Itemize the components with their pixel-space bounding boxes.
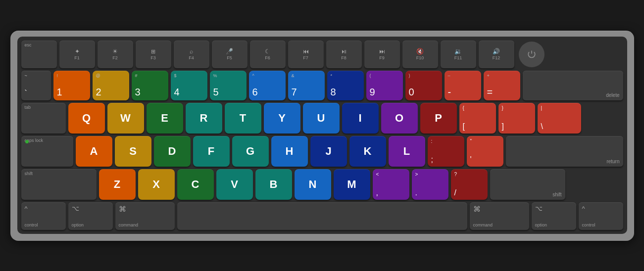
key-f12[interactable]: 🔊 F12 bbox=[479, 41, 514, 68]
key-semicolon[interactable]: : ; bbox=[428, 136, 464, 167]
key-period[interactable]: > . bbox=[412, 169, 448, 200]
key-command-right[interactable]: ⌘ command bbox=[470, 202, 529, 230]
key-v[interactable]: V bbox=[216, 169, 253, 200]
key-f5[interactable]: 🎤 F5 bbox=[212, 41, 248, 68]
key-f9[interactable]: ⏭ F9 bbox=[364, 41, 400, 68]
key-8[interactable]: * 8 bbox=[327, 71, 364, 100]
key-b[interactable]: B bbox=[255, 169, 292, 200]
key-m[interactable]: M bbox=[334, 169, 370, 200]
key-a[interactable]: A bbox=[76, 136, 112, 167]
number-row: ~ ` ! 1 @ 2 # 3 $ 4 % 5 bbox=[21, 71, 623, 100]
key-3[interactable]: # 3 bbox=[132, 71, 168, 100]
keyboard-inner: esc ✦ F1 ☀ F2 ⊞ F3 ⌕ F4 🎤 F5 bbox=[17, 37, 627, 234]
key-j[interactable]: J bbox=[310, 136, 347, 167]
key-quote[interactable]: " ' bbox=[467, 136, 503, 167]
key-6[interactable]: ^ 6 bbox=[249, 71, 286, 100]
key-equals[interactable]: + = bbox=[484, 71, 520, 100]
key-slash[interactable]: ? / bbox=[451, 169, 488, 200]
key-comma[interactable]: < , bbox=[373, 169, 409, 200]
key-shift-right[interactable]: shift bbox=[490, 169, 565, 200]
key-f4[interactable]: ⌕ F4 bbox=[174, 41, 209, 68]
key-y[interactable]: Y bbox=[264, 103, 300, 134]
key-f1[interactable]: ✦ F1 bbox=[59, 41, 95, 68]
key-f2[interactable]: ☀ F2 bbox=[98, 41, 133, 68]
key-p[interactable]: P bbox=[420, 103, 457, 134]
key-minus[interactable]: – - bbox=[445, 71, 481, 100]
key-f[interactable]: F bbox=[193, 136, 230, 167]
qwerty-row: tab Q W E R T Y U I bbox=[21, 103, 623, 134]
key-option-left[interactable]: ⌥ option bbox=[68, 202, 113, 230]
key-5[interactable]: % 5 bbox=[210, 71, 247, 100]
key-f10[interactable]: 🔇 F10 bbox=[402, 41, 438, 68]
key-delete[interactable]: delete bbox=[523, 71, 623, 100]
bottom-row: ^ control ⌥ option ⌘ command ⌘ command ⌥… bbox=[21, 202, 623, 230]
key-l[interactable]: L bbox=[389, 136, 425, 167]
key-s[interactable]: S bbox=[115, 136, 151, 167]
key-f6[interactable]: ☾ F6 bbox=[250, 41, 286, 68]
asdf-row: caps lock A S D F G H J bbox=[21, 136, 623, 167]
key-d[interactable]: D bbox=[154, 136, 191, 167]
key-command-left[interactable]: ⌘ command bbox=[115, 202, 175, 230]
key-o[interactable]: O bbox=[381, 103, 418, 134]
key-t[interactable]: T bbox=[225, 103, 261, 134]
key-r[interactable]: R bbox=[186, 103, 222, 134]
key-g[interactable]: G bbox=[232, 136, 269, 167]
zxcv-row: shift Z X C V B N M < bbox=[21, 169, 623, 200]
key-w[interactable]: W bbox=[107, 103, 144, 134]
keyboard: esc ✦ F1 ☀ F2 ⊞ F3 ⌕ F4 🎤 F5 bbox=[10, 31, 634, 241]
key-backslash[interactable]: | \ bbox=[538, 103, 581, 134]
key-x[interactable]: X bbox=[138, 169, 175, 200]
key-control-left[interactable]: ^ control bbox=[21, 202, 66, 230]
key-esc[interactable]: esc bbox=[21, 41, 57, 68]
key-n[interactable]: N bbox=[295, 169, 331, 200]
key-u[interactable]: U bbox=[303, 103, 340, 134]
key-2[interactable]: @ 2 bbox=[93, 71, 129, 100]
fn-row: esc ✦ F1 ☀ F2 ⊞ F3 ⌕ F4 🎤 F5 bbox=[21, 41, 623, 68]
key-power[interactable] bbox=[519, 42, 545, 67]
key-e[interactable]: E bbox=[147, 103, 183, 134]
key-k[interactable]: K bbox=[349, 136, 386, 167]
key-q[interactable]: Q bbox=[68, 103, 105, 134]
key-9[interactable]: ( 9 bbox=[366, 71, 403, 100]
key-control-right[interactable]: ^ control bbox=[579, 202, 623, 230]
key-space[interactable] bbox=[177, 202, 467, 230]
key-7[interactable]: & 7 bbox=[288, 71, 325, 100]
caps-lock-led bbox=[25, 140, 29, 143]
key-bracket-r[interactable]: } ] bbox=[498, 103, 535, 134]
key-f3[interactable]: ⊞ F3 bbox=[136, 41, 171, 68]
key-shift-left[interactable]: shift bbox=[21, 169, 97, 200]
key-bracket-l[interactable]: { [ bbox=[459, 103, 496, 134]
key-4[interactable]: $ 4 bbox=[171, 71, 207, 100]
key-tab[interactable]: tab bbox=[21, 103, 66, 134]
key-i[interactable]: I bbox=[342, 103, 379, 134]
key-f8[interactable]: ⏯ F8 bbox=[326, 41, 362, 68]
key-caps-lock[interactable]: caps lock bbox=[21, 136, 73, 167]
key-f11[interactable]: 🔉 F11 bbox=[441, 41, 476, 68]
key-tilde[interactable]: ~ ` bbox=[21, 71, 51, 100]
key-option-right[interactable]: ⌥ option bbox=[532, 202, 576, 230]
key-h[interactable]: H bbox=[271, 136, 308, 167]
key-c[interactable]: C bbox=[177, 169, 214, 200]
key-1[interactable]: ! 1 bbox=[53, 71, 90, 100]
key-return[interactable]: return bbox=[506, 136, 623, 167]
key-0[interactable]: ) 0 bbox=[405, 71, 442, 100]
key-f7[interactable]: ⏮ F7 bbox=[288, 41, 324, 68]
key-z[interactable]: Z bbox=[99, 169, 136, 200]
